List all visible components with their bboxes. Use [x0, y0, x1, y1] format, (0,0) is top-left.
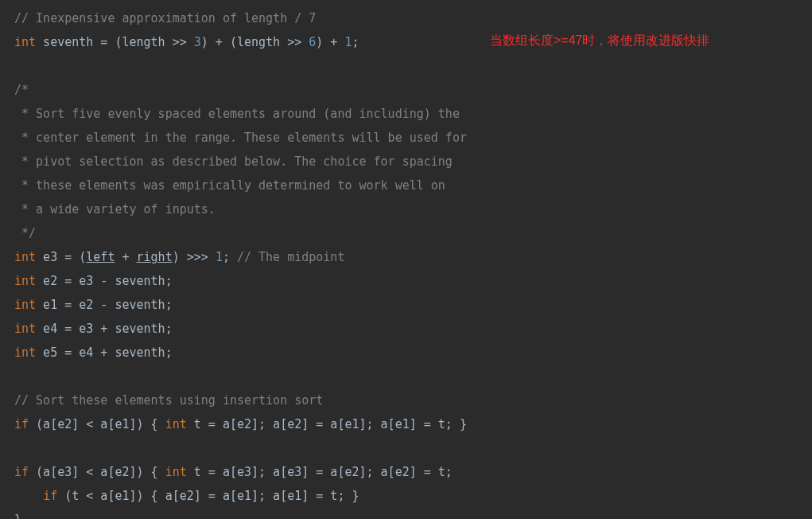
code-text: e2 = e3 - seventh; [36, 274, 173, 288]
code-text: e4 = e3 + seventh; [36, 322, 173, 336]
code-text: (a[e3] < a[e2]) { [29, 465, 165, 479]
code-text: ) >>> [173, 250, 216, 264]
identifier-right: right [137, 250, 173, 264]
code-text: (a[e2] < a[e1]) { [29, 417, 165, 431]
comment-line: // The midpoint [237, 250, 344, 264]
block-comment-open: /* [14, 83, 29, 97]
number-literal: 1 [216, 250, 223, 264]
keyword-int: int [165, 465, 187, 479]
keyword-if: if [43, 489, 57, 503]
number-literal: 6 [309, 35, 316, 49]
block-comment-line: * pivot selection as described below. Th… [14, 154, 453, 169]
annotation-text: 当数组长度>=47时，将使用改进版快排 [490, 29, 709, 53]
code-text: } [14, 513, 21, 519]
keyword-int: int [14, 250, 36, 264]
keyword-int: int [165, 417, 187, 431]
code-text: ) + [316, 35, 344, 49]
block-comment-line: * center element in the range. These ele… [14, 131, 467, 145]
code-text: e5 = e4 + seventh; [36, 345, 173, 360]
code-text [14, 489, 43, 503]
code-text: ) + (length >> [201, 35, 309, 49]
keyword-if: if [14, 465, 29, 479]
block-comment-close: */ [14, 226, 36, 240]
comment-line: // Sort these elements using insertion s… [14, 393, 323, 408]
keyword-int: int [14, 345, 36, 360]
code-text: ; [352, 35, 359, 49]
keyword-int: int [14, 274, 36, 288]
code-text: (t < a[e1]) { a[e2] = a[e1]; a[e1] = t; … [57, 489, 359, 503]
code-text: t = a[e3]; a[e3] = a[e2]; a[e2] = t; [187, 465, 453, 479]
block-comment-line: * Sort five evenly spaced elements aroun… [14, 107, 460, 121]
keyword-int: int [14, 35, 36, 49]
identifier-left: left [86, 250, 115, 264]
code-text: + [115, 250, 136, 264]
keyword-int: int [14, 322, 36, 336]
code-text: e3 = ( [36, 250, 86, 264]
comment-line: // Inexpensive approximation of length /… [14, 11, 316, 25]
number-literal: 3 [194, 35, 201, 49]
code-text: ; [223, 250, 237, 264]
code-text: e1 = e2 - seventh; [36, 298, 173, 312]
code-text: seventh = (length >> [36, 35, 194, 49]
block-comment-line: * these elements was empirically determi… [14, 178, 445, 193]
code-text: t = a[e2]; a[e2] = a[e1]; a[e1] = t; } [187, 417, 467, 431]
keyword-int: int [14, 298, 36, 312]
block-comment-line: * a wide variety of inputs. [14, 202, 216, 217]
code-block: 当数组长度>=47时，将使用改进版快排// Inexpensive approx… [0, 0, 812, 519]
keyword-if: if [14, 417, 29, 431]
